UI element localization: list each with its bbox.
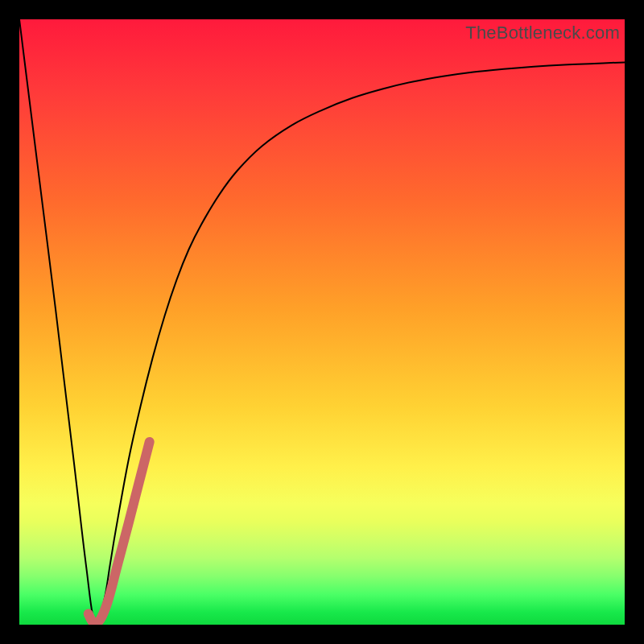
black-curve-line [19, 19, 625, 625]
pink-highlight-line [89, 442, 150, 622]
chart-frame: TheBottleneck.com [0, 0, 644, 644]
chart-svg [19, 19, 625, 625]
plot-area: TheBottleneck.com [19, 19, 625, 625]
